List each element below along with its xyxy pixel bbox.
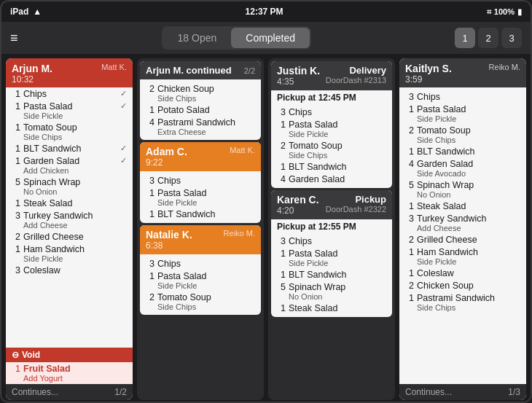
list-item: 4 Pastrami SandwichExtra Cheese: [146, 116, 255, 137]
order-name-adam: Adam C.: [146, 146, 187, 157]
list-item: 4Garden SaladSide Avocado: [405, 157, 520, 179]
order-server-arjun: Matt K.: [101, 63, 127, 71]
menu-icon[interactable]: ≡: [10, 31, 18, 46]
karen-items: 3 Chips 1 Pasta SaladSide Pickle 1 BLT S…: [271, 233, 392, 317]
order-name-karen: Karen C.: [277, 194, 319, 206]
page-btn-2[interactable]: 2: [478, 28, 498, 48]
kaitlyn-items: 3Chips 1Pasta SaladSide Pickle 2Tomato S…: [399, 87, 526, 384]
list-item: 1 Steak Salad: [277, 302, 386, 314]
continues-label: Continues...: [12, 387, 58, 397]
tab-open[interactable]: 18 Open: [163, 28, 232, 48]
list-item: 1Ham SandwichSide Pickle: [405, 246, 520, 267]
ticket-col-1: Arjun M. 10:32 Matt K. 1 Chips ✓ 1 Pasta…: [6, 58, 133, 400]
justin-items: 3 Chips 1 Pasta SaladSide Pickle 2 Tomat…: [271, 104, 392, 188]
list-item: 2Tomato SoupSide Chips: [405, 124, 520, 145]
order-time-justin: 4:35: [277, 77, 320, 87]
ipad-label: iPad: [10, 7, 28, 17]
list-item: 1 Pasta SaladSide Pickle: [146, 187, 255, 208]
list-item: 1BLT Sandwich: [405, 145, 520, 157]
order-header-karen: Karen C. 4:20 Pickup DoorDash #2322: [271, 190, 392, 219]
list-item: 3 Chips: [146, 257, 255, 270]
top-nav: ≡ 18 Open Completed 1 2 3: [1, 22, 531, 54]
ticket-col-2: Arjun M. continued 2/2 2 Chicken SoupSid…: [137, 58, 264, 400]
order-time-natalie: 6:38: [146, 240, 192, 251]
list-item: 1 BLT Sandwich ✓: [6, 142, 133, 154]
list-item: 3Chips: [405, 90, 520, 103]
page-btn-3[interactable]: 3: [501, 28, 522, 48]
order-name-kaitlyn: Kaitlyn S.: [405, 63, 452, 74]
continues-label-4: Continues...: [405, 387, 452, 397]
list-item: 1 Garden SaladAdd Chicken ✓: [6, 154, 133, 176]
order-name-arjun-continued: Arjun M. continued: [146, 65, 232, 76]
list-item: 1 BLT Sandwich: [277, 160, 386, 173]
order-badge-arjun: 2/2: [244, 66, 255, 75]
list-item: 3 Turkey SandwichAdd Cheese: [6, 209, 133, 230]
list-item: 2 Tomato SoupSide Chips: [277, 139, 386, 160]
list-item: 1 Pasta SaladSide Pickle ✓: [6, 100, 133, 121]
order-card-adam: Adam C. 9:22 Matt K. 3 Chips 1 Pasta Sal…: [140, 142, 261, 223]
page-buttons: 1 2 3: [455, 28, 522, 48]
list-item: 2 Chicken SoupSide Chips: [146, 82, 255, 103]
order-header-arjun: Arjun M. 10:32 Matt K.: [6, 58, 133, 87]
pickup-badge-karen: Pickup: [326, 194, 386, 205]
delivery-info-justin: DoorDash #2313: [326, 76, 386, 85]
order-card-karen: Karen C. 4:20 Pickup DoorDash #2322 Pick…: [271, 190, 392, 317]
order-name-arjun: Arjun M.: [12, 63, 52, 74]
order-header-kaitlyn: Kaitlyn S. 3:59 Reiko M.: [399, 58, 526, 87]
arjun-continued-items: 2 Chicken SoupSide Chips 1 Potato Salad …: [140, 79, 261, 140]
list-item: 3 Chips: [277, 106, 386, 118]
list-item: 1 Chips ✓: [6, 87, 133, 100]
list-item: 1 Ham SandwichSide Pickle: [6, 243, 133, 264]
tab-completed[interactable]: Completed: [231, 28, 310, 48]
list-item: 2Chicken Soup: [405, 279, 520, 292]
list-item: 1 BLT Sandwich: [277, 268, 386, 281]
list-item: 1 Steak Salad: [6, 197, 133, 209]
pickup-time-karen: Pickup at 12:55 PM: [271, 219, 392, 233]
order-card-natalie: Natalie K. 6:38 Reiko M. 3 Chips 1 Pasta…: [140, 225, 261, 315]
order-card-justin: Justin K. 4:35 Delivery DoorDash #2313 P…: [271, 61, 392, 188]
list-item: 1Steak Salad: [405, 200, 520, 212]
list-item: 1 Potato Salad: [146, 103, 255, 116]
status-time: 12:37 PM: [246, 7, 283, 17]
bluetooth-icon: ⌗: [487, 7, 491, 17]
pickup-time-justin: Pickup at 12:45 PM: [271, 90, 392, 104]
delivery-badge-justin: Delivery: [326, 65, 386, 76]
order-header-arjun-continued: Arjun M. continued 2/2: [140, 61, 261, 79]
order-time-kaitlyn: 3:59: [405, 74, 452, 85]
list-item: 2Grilled Cheese: [405, 233, 520, 246]
list-item: 1Coleslaw: [405, 267, 520, 279]
list-item: 5 Spinach WrapNo Onion: [6, 176, 133, 197]
list-item: 1Pastrami SandwichSide Chips: [405, 292, 520, 313]
list-item: 5Spinach WrapNo Onion: [405, 179, 520, 200]
list-item: 3Turkey SandwichAdd Cheese: [405, 212, 520, 233]
list-item: 1 BLT Sandwich: [146, 208, 255, 220]
nav-tabs: 18 Open Completed: [162, 26, 311, 50]
list-item: 1 Pasta SaladSide Pickle: [277, 118, 386, 139]
status-bar: iPad ▲ 12:37 PM ⌗ 100% ▮: [1, 1, 531, 22]
status-left: iPad ▲: [10, 7, 42, 17]
page-info-4: 1/3: [508, 387, 520, 397]
order-name-natalie: Natalie K.: [146, 229, 192, 240]
list-item: 2 Tomato SoupSide Chips: [146, 291, 255, 312]
list-item: 3 Coleslaw: [6, 264, 133, 276]
ticket-col-3: Justin K. 4:35 Delivery DoorDash #2313 P…: [268, 58, 395, 400]
natalie-items: 3 Chips 1 Pasta SaladSide Pickle 2 Tomat…: [140, 254, 261, 315]
order-time-arjun: 10:32: [12, 74, 52, 85]
list-item: 3 Chips: [277, 235, 386, 247]
order-server-adam: Matt K.: [230, 146, 255, 154]
wifi-icon: ▲: [33, 7, 42, 17]
list-item: 1 Pasta SaladSide Pickle: [146, 270, 255, 291]
void-label: Void: [22, 350, 40, 360]
order-time-karen: 4:20: [277, 206, 319, 216]
order-server-kaitlyn: Reiko M.: [489, 63, 520, 71]
list-item: 1 Pasta SaladSide Pickle: [277, 247, 386, 268]
ticket-col-4: Kaitlyn S. 3:59 Reiko M. 3Chips 1Pasta S…: [399, 58, 526, 400]
col1-items: 1 Chips ✓ 1 Pasta SaladSide Pickle ✓ 1 T…: [6, 87, 133, 348]
list-item: 4 Garden Salad: [277, 173, 386, 185]
continues-bar-col4: Continues... 1/3: [399, 384, 526, 400]
adam-items: 3 Chips 1 Pasta SaladSide Pickle 1 BLT S…: [140, 171, 261, 223]
page-btn-1[interactable]: 1: [455, 28, 475, 48]
continues-bar-col1: Continues... 1/2: [6, 384, 133, 400]
order-name-justin: Justin K.: [277, 65, 320, 77]
list-item: 1 Tomato SoupSide Chips: [6, 121, 133, 142]
